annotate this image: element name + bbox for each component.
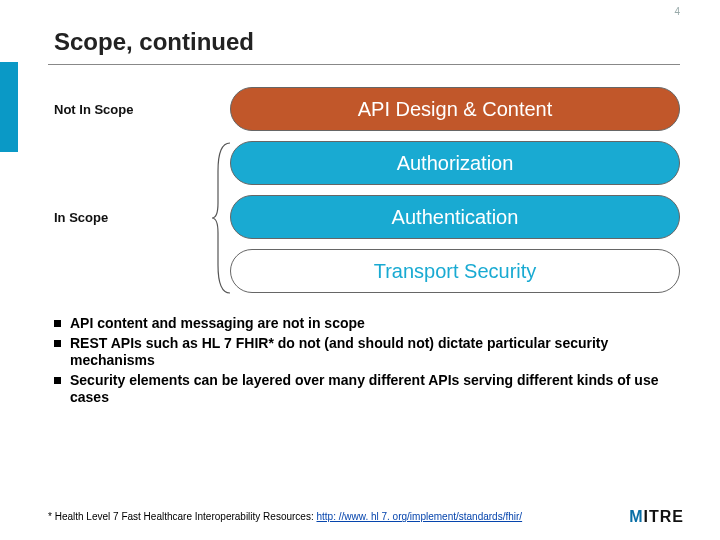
- pill-authorization: Authorization: [230, 141, 680, 185]
- pill-authentication: Authentication: [230, 195, 680, 239]
- footnote-link[interactable]: http: //www. hl 7. org/implement/standar…: [316, 511, 522, 522]
- title-rule: [48, 64, 680, 65]
- pill-api-design: API Design & Content: [230, 87, 680, 131]
- slide-title: Scope, continued: [48, 28, 680, 56]
- label-not-in-scope: Not In Scope: [48, 102, 198, 117]
- slide: 4 Scope, continued Not In Scope API Desi…: [0, 0, 720, 540]
- bullet-item: REST APIs such as HL 7 FHIR* do not (and…: [54, 335, 680, 370]
- scope-rows: Not In Scope API Design & Content Author…: [48, 87, 680, 293]
- footnote-text: * Health Level 7 Fast Healthcare Interop…: [48, 511, 316, 522]
- label-in-scope: In Scope: [48, 210, 198, 225]
- pill-transport-security: Transport Security: [230, 249, 680, 293]
- bullet-list: API content and messaging are not in sco…: [48, 315, 680, 407]
- row-authorization: Authorization: [48, 141, 680, 185]
- logo-m: M: [629, 508, 643, 525]
- logo-rest: ITRE: [644, 508, 684, 525]
- page-number: 4: [674, 6, 680, 17]
- footnote: * Health Level 7 Fast Healthcare Interop…: [48, 511, 522, 522]
- accent-bar: [0, 62, 18, 152]
- row-authentication: In Scope Authentication: [48, 195, 680, 239]
- bullet-item: API content and messaging are not in sco…: [54, 315, 680, 333]
- bullet-item: Security elements can be layered over ma…: [54, 372, 680, 407]
- row-not-in-scope: Not In Scope API Design & Content: [48, 87, 680, 131]
- row-transport: Transport Security: [48, 249, 680, 293]
- mitre-logo: MITRE: [629, 508, 684, 526]
- brace-icon: [210, 141, 236, 295]
